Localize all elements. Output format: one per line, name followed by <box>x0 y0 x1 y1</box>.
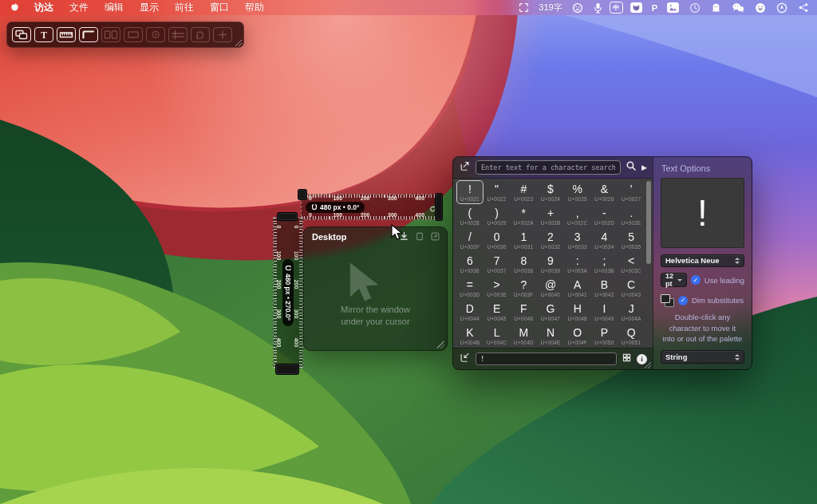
rulers-tool-button[interactable] <box>57 27 76 42</box>
wechat-icon[interactable] <box>728 0 748 15</box>
horizontal-ruler[interactable]: 480 px • 0.0° 00100100200200300300400400 <box>301 194 440 220</box>
menu-view[interactable]: 显示 <box>132 0 167 15</box>
character-cell[interactable]: :U+003A <box>564 252 591 276</box>
word-count-status[interactable]: 319字 <box>536 2 564 14</box>
share-nodes-icon[interactable] <box>795 0 812 15</box>
character-cell[interactable]: 5U+0035 <box>618 228 645 252</box>
mic-icon[interactable] <box>590 0 606 15</box>
p-app[interactable]: P <box>649 3 660 13</box>
character-cell[interactable]: OU+004F <box>564 324 591 348</box>
menu-help[interactable]: 帮助 <box>237 0 272 15</box>
smiley-icon[interactable] <box>569 0 586 15</box>
compass-icon[interactable] <box>773 0 791 15</box>
menu-window[interactable]: 窗口 <box>202 0 237 15</box>
character-cell[interactable]: JU+004A <box>618 300 645 324</box>
character-cell[interactable]: 1U+0031 <box>510 228 537 252</box>
character-cell[interactable]: MU+004D <box>510 324 537 348</box>
character-cell[interactable]: &U+0026 <box>591 180 618 204</box>
dim-substitutes-checkbox[interactable]: ✓ <box>678 296 688 305</box>
character-cell[interactable]: BU+0042 <box>591 276 618 300</box>
grid-scrollbar-thumb[interactable] <box>646 181 651 264</box>
apple-menu[interactable] <box>8 2 26 14</box>
character-cell[interactable]: =U+003D <box>456 276 483 300</box>
character-cell[interactable]: <U+003C <box>618 252 645 276</box>
menu-edit[interactable]: 编辑 <box>97 0 132 15</box>
character-cell[interactable]: NU+004E <box>537 324 564 348</box>
character-cell[interactable]: QU+0051 <box>618 324 645 348</box>
dimensions-tool-button[interactable] <box>79 27 98 42</box>
emoji-app-icon[interactable] <box>752 0 769 15</box>
ruler-end-handle[interactable] <box>275 364 299 375</box>
character-cell[interactable]: DU+0044 <box>456 300 483 324</box>
character-cell[interactable]: GU+0047 <box>537 300 564 324</box>
use-leading-checkbox[interactable]: ✓ <box>691 275 701 285</box>
character-cell[interactable]: IU+0049 <box>591 300 618 324</box>
character-cell[interactable]: >U+003E <box>483 276 511 300</box>
input-method-badge[interactable]: 中 <box>610 2 623 14</box>
character-cell[interactable]: ,U+002C <box>564 204 591 228</box>
clipboard-icon[interactable] <box>415 231 424 242</box>
crosshair-tool-button[interactable] <box>213 27 232 42</box>
size-select[interactable]: 12 pt <box>661 273 687 287</box>
character-cell[interactable]: PU+0050 <box>591 324 618 348</box>
screens-tool-button[interactable] <box>101 27 120 42</box>
ruler-end-handle[interactable] <box>277 212 298 221</box>
resize-handle[interactable] <box>645 362 651 368</box>
character-cell[interactable]: /U+002F <box>456 228 483 252</box>
palette-resize-handle[interactable] <box>235 40 242 46</box>
play-icon[interactable]: ▶ <box>641 163 647 171</box>
character-cell[interactable]: *U+002A <box>510 204 537 228</box>
character-cell[interactable]: KU+004B <box>456 324 483 348</box>
string-input[interactable] <box>476 352 617 365</box>
ruler-end-handle[interactable] <box>298 189 307 200</box>
mirror-tool-button[interactable] <box>12 27 31 42</box>
character-cell[interactable]: @U+0040 <box>537 276 564 300</box>
mirror-window[interactable]: Desktop Mirror the window under your cur… <box>303 226 448 351</box>
ruler-end-handle[interactable] <box>435 193 443 221</box>
character-cell[interactable]: "U+0022 <box>483 180 511 204</box>
character-cell[interactable]: LU+004C <box>483 324 511 348</box>
character-cell[interactable]: 9U+0039 <box>537 252 564 276</box>
resize-handle[interactable] <box>437 341 444 348</box>
overlay-tool-button[interactable] <box>191 27 210 42</box>
send-to-document-icon[interactable] <box>459 160 471 175</box>
character-cell[interactable]: ;U+003B <box>591 252 618 276</box>
ghost-app-icon[interactable] <box>708 0 724 15</box>
character-cell[interactable]: HU+0048 <box>564 300 591 324</box>
character-cell[interactable]: -U+002D <box>591 204 618 228</box>
character-cell[interactable]: ?U+003F <box>510 276 537 300</box>
menu-file[interactable]: 文件 <box>61 0 97 15</box>
character-cell[interactable]: 8U+0038 <box>510 252 537 276</box>
character-cell[interactable]: 'U+0027 <box>618 180 645 204</box>
character-cell[interactable]: 4U+0034 <box>591 228 618 252</box>
search-icon[interactable] <box>626 160 637 175</box>
paste-from-clipboard-icon[interactable] <box>459 352 471 366</box>
guides-tool-button[interactable] <box>168 27 187 42</box>
string-mode-select[interactable]: String <box>661 350 744 364</box>
text-tool-button[interactable]: T <box>34 27 53 42</box>
character-cell[interactable]: +U+002B <box>537 204 564 228</box>
character-cell[interactable]: .U+002E <box>618 204 645 228</box>
grid-view-icon[interactable] <box>622 352 632 366</box>
photos-app-icon[interactable] <box>664 0 682 15</box>
character-cell[interactable]: %U+0025 <box>564 180 591 204</box>
menu-finder[interactable]: 访达 <box>26 0 61 15</box>
character-cell[interactable]: (U+0028 <box>456 204 483 228</box>
character-search-input[interactable] <box>476 160 621 175</box>
fox-app-icon[interactable] <box>627 0 645 15</box>
character-cell[interactable]: )U+0029 <box>483 204 511 228</box>
character-cell[interactable]: EU+0045 <box>483 300 511 324</box>
character-cell[interactable]: FU+0046 <box>510 300 537 324</box>
character-cell[interactable]: CU+0043 <box>618 276 645 300</box>
loupe-tool-button[interactable] <box>146 27 165 42</box>
character-cell[interactable]: #U+0023 <box>510 180 537 204</box>
character-cell[interactable]: 7U+0037 <box>483 252 511 276</box>
character-cell[interactable]: !U+0021 <box>456 180 483 204</box>
character-cell[interactable]: 6U+0036 <box>456 252 483 276</box>
character-cell[interactable]: $U+0024 <box>537 180 564 204</box>
clock-icon[interactable] <box>686 0 704 15</box>
frames-tool-button[interactable] <box>124 27 143 42</box>
vertical-ruler[interactable]: 480 px • 270.0° 001001002002003003004004… <box>273 217 303 368</box>
character-cell[interactable]: 0U+0030 <box>483 228 511 252</box>
character-cell[interactable]: 3U+0033 <box>564 228 591 252</box>
